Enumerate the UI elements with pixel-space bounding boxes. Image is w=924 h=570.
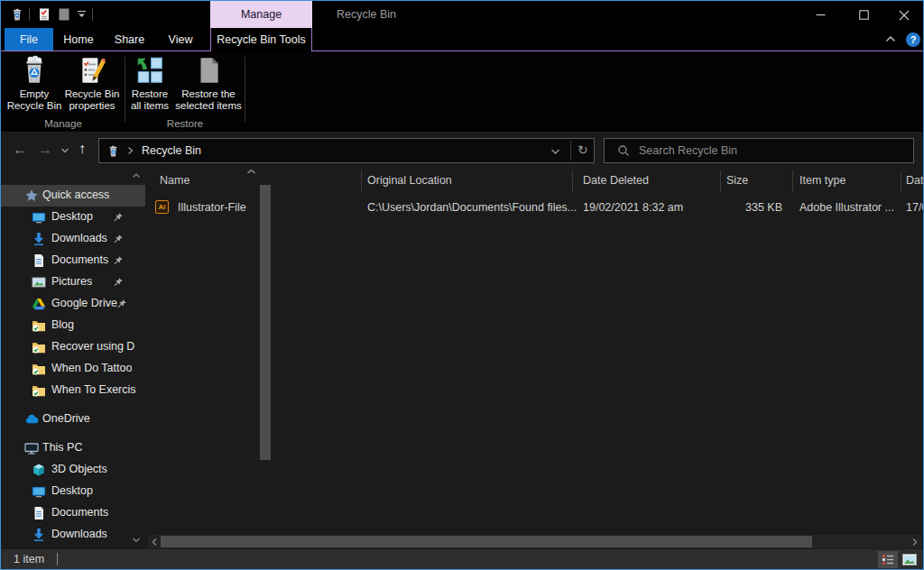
restore-selected-items-label: Restore the selected items [171,88,245,112]
column-header-size[interactable]: Size [726,174,748,187]
column-header-item-type[interactable]: Item type [799,174,845,187]
column-divider[interactable] [901,170,901,192]
synced-folder-icon [32,318,46,333]
sidebar-item-label: Desktop [51,210,93,223]
document-icon [32,253,46,268]
synced-folder-icon [32,383,46,398]
qat-separator [29,8,30,21]
empty-recycle-bin-button[interactable]: Empty Recycle Bin [5,55,64,112]
sidebar-item-label: OneDrive [42,412,90,425]
refresh-icon[interactable]: ↻ [578,142,588,157]
tab-recycle-bin-tools-label: Recycle Bin Tools [217,33,305,46]
recent-locations-chevron-down-icon[interactable] [60,147,69,154]
recycle-bin-icon[interactable] [10,7,24,22]
sidebar-item-label: Desktop [51,484,93,497]
sidebar-item-3d-objects[interactable]: 3D Objects [1,459,145,481]
navigation-bar: ← → ↑ Recycle Bin [1,133,924,169]
help-icon[interactable]: ? [906,32,920,47]
sidebar-item-recover-using-d[interactable]: Recover using D [1,336,145,358]
scroll-up-chevron-icon[interactable] [132,172,141,179]
empty-recycle-bin-icon [19,55,50,86]
pin-icon [113,277,124,288]
column-divider[interactable] [361,170,362,192]
address-chevron-down-icon[interactable] [550,148,560,156]
column-header-date-deleted[interactable]: Date Deleted [583,174,649,187]
sidebar-item-documents[interactable]: Documents [1,250,145,271]
sidebar-scrollbar[interactable] [130,169,143,549]
pin-icon [113,212,124,223]
scroll-right-chevron-icon[interactable] [911,538,919,547]
sidebar-item-label: Google Drive [51,297,117,309]
status-divider [57,553,58,565]
tab-recycle-bin-tools[interactable]: Recycle Bin Tools [210,28,312,51]
sidebar-item-when-do-tattoo[interactable]: When Do Tattoo [1,358,145,380]
sidebar-item-downloads-pc[interactable]: Downloads [1,524,145,546]
sidebar-item-pictures[interactable]: Pictures [1,271,145,293]
column-divider[interactable] [720,170,721,192]
restore-all-items-button[interactable]: Restore all items [125,55,174,112]
collapse-ribbon-chevron-up-icon[interactable] [885,35,896,43]
scroll-left-chevron-icon[interactable] [151,538,158,547]
google-drive-icon [32,297,46,311]
onedrive-cloud-icon [24,412,40,427]
maximize-button[interactable] [850,7,877,23]
thumbnail-view-button[interactable] [900,551,919,568]
column-divider[interactable] [792,170,793,192]
sidebar-scrollbar-thumb[interactable] [260,185,271,460]
tab-share-label: Share [115,33,144,46]
restore-selected-items-icon [193,55,224,86]
column-header-name[interactable]: Name [160,174,189,187]
restore-all-items-icon [134,55,165,86]
folder-icon[interactable] [57,7,71,22]
pin-icon [113,255,124,266]
column-divider[interactable] [572,170,573,192]
up-icon[interactable]: ↑ [79,142,86,156]
sidebar-item-label: When Do Tattoo [51,362,132,374]
sidebar-item-label: Blog [51,318,74,331]
status-bar: 1 item [1,549,924,570]
cell-name[interactable]: Illustrator-File [178,201,246,214]
breadcrumb[interactable]: Recycle Bin [142,144,201,157]
search-input[interactable] [637,143,890,158]
tab-share[interactable]: Share [104,28,155,51]
sidebar-item-downloads[interactable]: Downloads [1,228,145,250]
tab-home[interactable]: Home [53,28,104,51]
tab-home-label: Home [63,33,93,46]
forward-icon[interactable]: → [38,142,52,157]
horizontal-scrollbar-thumb[interactable] [161,536,812,547]
details-view-button[interactable] [878,551,898,568]
horizontal-scrollbar[interactable] [148,535,921,548]
address-bar[interactable]: Recycle Bin ↻ [98,138,595,163]
contextual-group-text: Manage [241,8,282,21]
sidebar-item-onedrive[interactable]: OneDrive [1,409,145,430]
sidebar-item-google-drive[interactable]: Google Drive [1,293,145,315]
cell-size: 335 KB [705,201,782,214]
breadcrumb-chevron-right-icon[interactable] [127,146,134,155]
checklist-icon[interactable] [37,7,51,22]
sidebar-item-desktop[interactable]: Desktop [1,207,145,228]
sidebar-item-label: Documents [51,253,108,266]
sidebar-item-quick-access[interactable]: Quick access [1,185,145,207]
sidebar-item-when-to-exercis[interactable]: When To Exercis [1,380,145,401]
tab-view[interactable]: View [155,28,206,51]
scroll-down-chevron-icon[interactable] [132,537,141,544]
qat-customize-chevron-down-icon[interactable] [77,10,87,19]
sidebar-item-documents-pc[interactable]: Documents [1,502,145,524]
back-icon[interactable]: ← [13,142,27,157]
column-header-date[interactable]: Date [906,174,924,187]
star-icon [24,188,39,203]
close-button[interactable] [891,7,918,23]
sidebar-item-desktop-pc[interactable]: Desktop [1,481,145,502]
tab-file[interactable]: File [5,28,53,51]
sidebar-item-this-pc[interactable]: This PC [1,437,145,459]
search-box[interactable] [604,138,914,163]
minimize-button[interactable] [807,7,834,23]
sidebar-item-blog[interactable]: Blog [1,315,145,336]
recycle-bin-properties-button[interactable]: Recycle Bin properties [60,55,124,112]
download-icon [32,232,46,246]
qat-separator [92,8,93,21]
restore-selected-items-button[interactable]: Restore the selected items [172,55,245,112]
adobe-illustrator-file-icon: Ai [155,200,169,214]
empty-recycle-bin-label: Empty Recycle Bin [5,88,64,112]
column-header-original-location[interactable]: Original Location [367,174,452,187]
